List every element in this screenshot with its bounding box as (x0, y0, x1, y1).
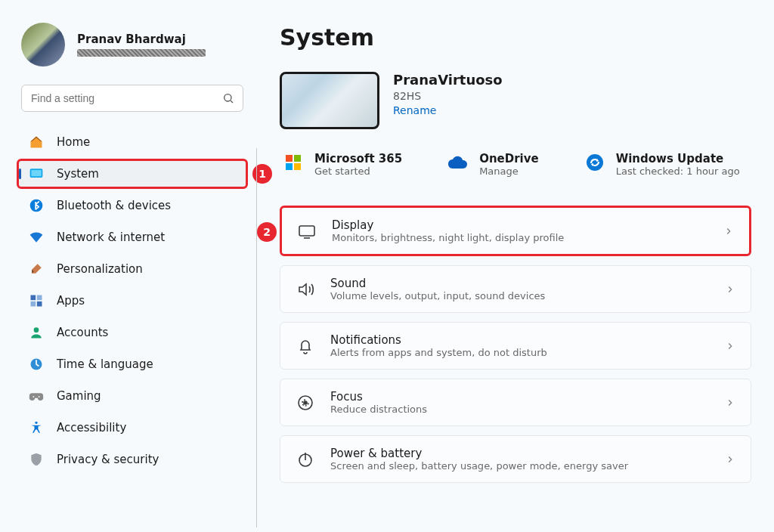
sidebar-item-label: Network & internet (57, 230, 165, 244)
device-name: PranaVirtuoso (393, 72, 503, 88)
page-title: System (280, 24, 751, 51)
sidebar-item-label: Home (57, 135, 90, 149)
card-sub: Reduce distractions (330, 404, 710, 415)
card-title: Display (332, 218, 708, 232)
svg-rect-2 (31, 170, 41, 176)
sidebar-item-privacy[interactable]: Privacy & security (17, 444, 248, 475)
brush-icon (28, 261, 45, 277)
bell-icon (296, 336, 315, 356)
system-icon (28, 165, 45, 182)
clock-globe-icon (28, 356, 45, 373)
svg-point-0 (224, 94, 231, 101)
summary-sub: Get started (314, 165, 402, 177)
annotation-badge-2: 2 (257, 222, 277, 242)
svg-rect-16 (294, 163, 301, 170)
svg-point-20 (304, 401, 307, 404)
chevron-right-icon (725, 454, 735, 465)
svg-point-12 (35, 422, 37, 424)
search-icon (222, 92, 234, 104)
accessibility-icon (28, 419, 45, 436)
sound-icon (296, 280, 315, 299)
power-icon (296, 450, 315, 469)
home-icon (28, 134, 45, 150)
sidebar-item-system[interactable]: System (17, 159, 248, 189)
sidebar-item-label: Bluetooth & devices (57, 199, 171, 212)
summary-onedrive[interactable]: OneDrive Manage (447, 152, 539, 177)
chevron-right-icon (723, 226, 734, 237)
sidebar-item-apps[interactable]: Apps (17, 286, 248, 316)
user-email-redacted (77, 49, 206, 57)
user-profile[interactable]: Pranav Bhardwaj (17, 18, 248, 85)
svg-rect-15 (286, 163, 293, 170)
svg-rect-5 (37, 295, 42, 301)
card-focus[interactable]: Focus Reduce distractions (280, 379, 751, 426)
display-icon (297, 221, 317, 241)
svg-point-11 (39, 396, 40, 397)
card-sub: Monitors, brightness, night light, displ… (332, 232, 708, 243)
sidebar-item-accounts[interactable]: Accounts (17, 317, 248, 348)
sidebar-item-network[interactable]: Network & internet (17, 222, 248, 252)
svg-point-17 (587, 154, 603, 171)
summary-m365[interactable]: Microsoft 365 Get started (283, 152, 402, 177)
card-power[interactable]: Power & battery Screen and sleep, batter… (280, 435, 751, 483)
sidebar-item-label: Apps (57, 294, 85, 308)
sidebar-item-bluetooth[interactable]: Bluetooth & devices (17, 190, 248, 221)
card-sub: Screen and sleep, battery usage, power m… (330, 460, 710, 472)
card-title: Notifications (330, 333, 710, 347)
summary-update[interactable]: Windows Update Last checked: 1 hour ago (584, 152, 740, 177)
search-input[interactable] (21, 85, 243, 112)
card-sub: Volume levels, output, input, sound devi… (330, 290, 710, 302)
summary-sub: Manage (479, 165, 539, 177)
svg-rect-14 (294, 155, 301, 162)
sidebar-item-label: Personalization (57, 262, 143, 276)
summary-sub: Last checked: 1 hour ago (616, 165, 740, 177)
sidebar-item-label: Gaming (57, 389, 101, 403)
svg-rect-13 (286, 155, 293, 162)
onedrive-icon (447, 152, 469, 173)
gamepad-icon (28, 388, 45, 404)
focus-icon (296, 393, 315, 413)
summary-title: OneDrive (479, 152, 539, 165)
card-title: Sound (330, 277, 710, 290)
sidebar-item-label: Accessibility (57, 421, 126, 435)
card-title: Power & battery (330, 447, 710, 460)
sidebar-item-home[interactable]: Home (17, 127, 248, 157)
svg-point-8 (34, 327, 39, 332)
svg-rect-4 (31, 295, 36, 301)
card-sound[interactable]: Sound Volume levels, output, input, soun… (280, 265, 751, 313)
rename-link[interactable]: Rename (393, 104, 503, 116)
sidebar-item-label: Privacy & security (57, 453, 159, 466)
bluetooth-icon (28, 197, 45, 214)
device-info: PranaVirtuoso 82HS Rename (280, 72, 751, 129)
wifi-icon (28, 229, 45, 246)
user-name: Pranav Bhardwaj (77, 32, 206, 46)
device-thumbnail (280, 72, 379, 129)
sidebar-item-label: Time & language (57, 357, 153, 371)
svg-point-10 (33, 396, 34, 397)
sidebar-nav: Home System 1 Bluetooth & devices (17, 127, 248, 475)
svg-rect-6 (31, 302, 36, 307)
card-display[interactable]: Display Monitors, brightness, night ligh… (280, 206, 751, 256)
card-sub: Alerts from apps and system, do not dist… (330, 347, 710, 358)
sidebar-item-gaming[interactable]: Gaming (17, 381, 248, 411)
chevron-right-icon (725, 284, 735, 295)
summary-title: Microsoft 365 (314, 152, 402, 165)
person-icon (28, 324, 45, 341)
svg-rect-18 (299, 226, 314, 236)
windows-update-icon (584, 152, 605, 173)
chevron-right-icon (725, 341, 735, 351)
shield-icon (28, 451, 45, 468)
sidebar-item-personalization[interactable]: Personalization (17, 254, 248, 284)
sidebar-item-label: System (57, 167, 99, 181)
card-title: Focus (330, 390, 710, 404)
card-notifications[interactable]: Notifications Alerts from apps and syste… (280, 322, 751, 370)
apps-icon (28, 292, 45, 309)
chevron-right-icon (725, 397, 735, 408)
sidebar-item-label: Accounts (57, 326, 108, 339)
sidebar-item-time[interactable]: Time & language (17, 349, 248, 379)
summary-title: Windows Update (616, 152, 740, 165)
sidebar-item-accessibility[interactable]: Accessibility (17, 413, 248, 443)
svg-rect-7 (37, 302, 42, 307)
avatar (21, 23, 65, 66)
microsoft365-icon (283, 152, 304, 173)
